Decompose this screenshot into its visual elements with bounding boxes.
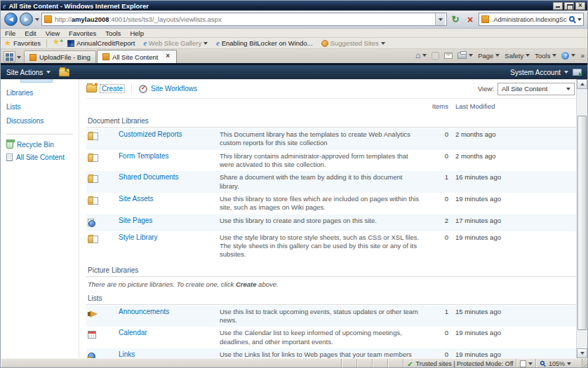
vertical-scrollbar[interactable] — [576, 79, 587, 358]
item-link-site-assets[interactable]: Site Assets — [109, 195, 220, 203]
item-modified: 19 minutes ago — [451, 233, 576, 241]
tab-list-icon[interactable] — [17, 56, 21, 59]
page-menu-label: Page — [478, 52, 493, 60]
icon-cell — [88, 130, 109, 143]
page-mode-segment[interactable] — [516, 359, 536, 368]
sidebar-item-all-site-content[interactable]: All Site Content — [6, 154, 79, 161]
bing-favicon — [29, 54, 36, 61]
section-title-document-libraries: Document Libraries — [86, 112, 576, 128]
icon-cell — [88, 233, 109, 246]
triangle-down-icon — [580, 352, 584, 355]
url-field[interactable]: http://amylau2008:4001/sites/ts3/_layout… — [41, 13, 447, 26]
chevron-down-icon — [495, 54, 500, 57]
document-library-icon — [88, 176, 98, 183]
sidebar-item-libraries[interactable]: Libraries — [6, 89, 79, 97]
add-favorite-icon[interactable] — [53, 39, 62, 48]
help-menu[interactable]: ? — [561, 52, 575, 60]
tools-menu-label: Tools — [535, 52, 550, 60]
status-segment — [357, 359, 373, 368]
home-button[interactable] — [415, 50, 427, 60]
search-options-icon[interactable] — [577, 18, 582, 21]
item-link-site-pages[interactable]: Site Pages — [109, 217, 220, 224]
page-icon — [520, 360, 526, 367]
favorite-link-suggested-sites[interactable]: Suggested Sites — [321, 39, 385, 47]
create-label: Create — [100, 85, 124, 93]
site-actions-label: Site Actions — [6, 69, 43, 76]
recycle-bin-icon — [6, 141, 13, 149]
address-dropdown-button[interactable] — [435, 13, 445, 25]
menu-favorites[interactable]: Favorites — [69, 29, 96, 37]
sidebar-item-discussions[interactable]: Discussions — [6, 117, 79, 125]
history-dropdown-icon[interactable] — [35, 18, 39, 21]
item-link-calendar[interactable]: Calendar — [109, 329, 220, 336]
favorites-button[interactable]: Favorites — [4, 39, 41, 48]
command-bar: Page Safety Tools ? — [415, 49, 584, 63]
close-icon[interactable] — [165, 54, 171, 60]
search-input[interactable]: .Administration.IndexingScheduleJobDefin… — [479, 13, 584, 26]
menu-tools[interactable]: Tools — [105, 29, 121, 37]
menu-file[interactable]: File — [5, 29, 15, 37]
view-value: All Site Content — [502, 85, 547, 93]
item-link-shared-documents[interactable]: Shared Documents — [109, 173, 220, 181]
item-link-links[interactable]: Links — [109, 350, 220, 358]
stop-button[interactable] — [464, 13, 476, 27]
developer-dashboard-icon[interactable] — [573, 69, 582, 76]
search-magnifier-icon[interactable] — [569, 16, 575, 22]
maximize-button[interactable] — [564, 2, 574, 10]
menu-view[interactable]: View — [46, 29, 60, 37]
back-button[interactable] — [4, 13, 18, 26]
site-actions-menu[interactable]: Site Actions — [6, 69, 51, 76]
navigate-up-icon[interactable] — [59, 69, 69, 76]
menu-edit[interactable]: Edit — [25, 29, 36, 37]
home-icon — [415, 50, 420, 60]
status-segment — [373, 359, 388, 368]
overflow-chevron-icon[interactable] — [580, 52, 584, 60]
page-menu[interactable]: Page — [478, 52, 500, 60]
tab-uploadfile-bing[interactable]: UploadFile - Bing — [24, 50, 96, 63]
zoom-level: 105% — [549, 360, 565, 367]
empty-message: There are no picture libraries. To creat… — [86, 278, 576, 289]
menu-help[interactable]: Help — [130, 29, 144, 37]
item-count: 2 — [427, 217, 451, 224]
sidebar-item-lists[interactable]: Lists — [6, 103, 79, 111]
browser-window: e All Site Content - Windows Internet Ex… — [0, 0, 588, 368]
account-menu[interactable]: System Account — [510, 69, 568, 76]
item-description: Share a document with the team by adding… — [220, 173, 427, 191]
safety-menu[interactable]: Safety — [505, 52, 530, 60]
favorite-link-enabling-bitlocker-on-windo[interactable]: eEnabling BitLocker on Windo... — [216, 39, 312, 47]
item-link-style-library[interactable]: Style Library — [109, 233, 220, 241]
chevron-down-icon — [469, 54, 473, 57]
icon-cell — [88, 173, 109, 186]
item-modified: 16 minutes ago — [451, 173, 576, 181]
chevron-down-icon — [203, 42, 208, 45]
refresh-button[interactable] — [449, 13, 462, 27]
favorite-link-annualcreditreport[interactable]: AnnualCreditReport — [67, 39, 135, 47]
tools-menu[interactable]: Tools — [535, 52, 556, 60]
print-button[interactable] — [457, 53, 473, 59]
chevron-down-icon — [564, 71, 568, 74]
scroll-up-button[interactable] — [577, 79, 587, 89]
minimize-button[interactable] — [553, 2, 563, 10]
item-link-announcements[interactable]: Announcements — [109, 308, 220, 315]
scroll-down-button[interactable] — [577, 348, 587, 358]
quick-launch-sidebar: Libraries Lists Discussions Recycle Bin … — [1, 79, 79, 358]
quick-tabs-button[interactable] — [4, 51, 15, 62]
all-site-content-icon — [6, 154, 13, 161]
zoom-control[interactable]: 105% — [536, 359, 582, 368]
favorite-link-web-slice-gallery[interactable]: eWeb Slice Gallery — [143, 39, 208, 47]
tab-all-site-content[interactable]: All Site Content — [97, 50, 177, 63]
address-bar: http://amylau2008:4001/sites/ts3/_layout… — [1, 11, 587, 29]
close-button[interactable] — [575, 2, 585, 10]
read-mail-icon[interactable] — [444, 53, 453, 59]
feeds-icon[interactable] — [432, 52, 439, 60]
scrollbar-thumb[interactable] — [577, 116, 587, 330]
view-dropdown[interactable]: All Site Content — [497, 83, 575, 95]
create-button[interactable]: Create — [86, 85, 124, 93]
resize-grip[interactable] — [582, 359, 587, 368]
site-workflows-button[interactable]: Site Workflows — [139, 85, 197, 93]
item-link-form-templates[interactable]: Form Templates — [109, 152, 220, 160]
sidebar-item-recycle-bin[interactable]: Recycle Bin — [6, 141, 79, 149]
item-count: 0 — [427, 329, 451, 336]
item-link-customized-reports[interactable]: Customized Reports — [109, 130, 220, 138]
forward-button[interactable] — [20, 13, 33, 26]
